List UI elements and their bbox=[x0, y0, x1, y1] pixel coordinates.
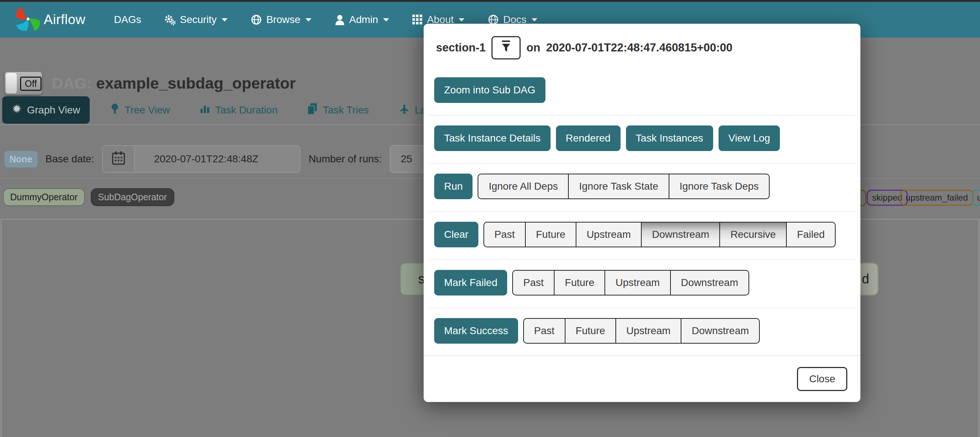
rendered-button[interactable]: Rendered bbox=[556, 126, 620, 151]
modal-body: Zoom into Sub DAG Task Instance Details … bbox=[424, 68, 861, 344]
mark-failed-past-button[interactable]: Past bbox=[512, 270, 555, 295]
task-instance-details-button[interactable]: Task Instance Details bbox=[434, 126, 550, 151]
ignore-task-state-button[interactable]: Ignore Task State bbox=[568, 174, 669, 199]
chevron-down-icon bbox=[531, 18, 538, 22]
calendar-icon bbox=[112, 151, 125, 167]
base-date-input-group bbox=[102, 145, 301, 173]
nav-item-browse[interactable]: Browse bbox=[251, 14, 311, 26]
ignore-task-deps-button[interactable]: Ignore Task Deps bbox=[669, 174, 770, 199]
dag-pause-toggle[interactable]: Off bbox=[5, 72, 42, 95]
dag-title-row: Off DAG: example_subdag_operator bbox=[5, 72, 296, 95]
dag-name: example_subdag_operator bbox=[96, 74, 296, 92]
airflow-logo-icon bbox=[14, 5, 41, 34]
legend-state-upstream-failed: upstream_failed bbox=[900, 190, 974, 206]
plane-icon bbox=[399, 103, 410, 117]
chevron-down-icon bbox=[459, 18, 465, 22]
mark-failed-upstream-button[interactable]: Upstream bbox=[605, 270, 670, 295]
mark-success-past-button[interactable]: Past bbox=[523, 318, 565, 344]
modal-divider bbox=[429, 163, 855, 164]
modal-footer: Close bbox=[424, 355, 861, 402]
clear-options-group: Past Future Upstream Downstream Recursiv… bbox=[484, 222, 835, 247]
toggle-knob bbox=[6, 73, 17, 93]
view-tabs: Graph View Tree View Task Duration bbox=[2, 96, 491, 124]
tab-graph-view[interactable]: Graph View bbox=[2, 96, 90, 124]
view-log-button[interactable]: View Log bbox=[719, 126, 780, 151]
run-button[interactable]: Run bbox=[434, 174, 473, 199]
modal-divider bbox=[429, 115, 855, 116]
starburst-icon bbox=[12, 104, 22, 116]
tab-task-duration[interactable]: Task Duration bbox=[190, 96, 287, 124]
modal-divider bbox=[429, 259, 855, 260]
tree-icon bbox=[110, 103, 119, 117]
bar-chart-icon bbox=[200, 104, 210, 116]
airflow-app: Airflow DAGs Security bbox=[0, 0, 980, 437]
clear-future-button[interactable]: Future bbox=[525, 222, 576, 247]
nav-item-security[interactable]: Security bbox=[164, 14, 228, 26]
mark-failed-downstream-button[interactable]: Downstream bbox=[670, 270, 749, 295]
chevron-down-icon bbox=[383, 18, 389, 22]
mark-success-upstream-button[interactable]: Upstream bbox=[616, 318, 681, 344]
title-prefix: DAG: bbox=[52, 74, 92, 92]
task-instance-modal: section-1 on 2020-07-01T22:48:47.460815+… bbox=[424, 24, 861, 402]
modal-header: section-1 on 2020-07-01T22:48:47.460815+… bbox=[424, 24, 861, 68]
modal-divider bbox=[429, 211, 855, 212]
run-options-group: Ignore All Deps Ignore Task State Ignore… bbox=[477, 174, 770, 199]
clear-past-button[interactable]: Past bbox=[484, 222, 526, 247]
num-runs-label: Number of runs: bbox=[309, 153, 382, 165]
modal-execution-date: 2020-07-01T22:48:47.460815+00:00 bbox=[546, 41, 732, 54]
mark-failed-options-group: Past Future Upstream Downstream bbox=[512, 270, 749, 295]
modal-on-word: on bbox=[527, 41, 540, 54]
airflow-brand[interactable]: Airflow bbox=[14, 5, 86, 34]
copies-icon bbox=[307, 103, 318, 117]
clear-downstream-button[interactable]: Downstream bbox=[641, 222, 720, 247]
clear-recursive-button[interactable]: Recursive bbox=[719, 222, 786, 247]
zoom-into-subdag-button[interactable]: Zoom into Sub DAG bbox=[434, 77, 546, 103]
mark-success-options-group: Past Future Upstream Downstream bbox=[523, 318, 760, 344]
calendar-button[interactable] bbox=[103, 146, 135, 172]
clear-button[interactable]: Clear bbox=[434, 222, 478, 247]
clear-failed-button[interactable]: Failed bbox=[786, 222, 835, 247]
ignore-all-deps-button[interactable]: Ignore All Deps bbox=[477, 174, 569, 199]
nav-item-admin[interactable]: Admin bbox=[335, 14, 389, 26]
base-date-label: Base date: bbox=[46, 153, 94, 165]
brand-name: Airflow bbox=[44, 12, 86, 27]
mark-failed-button[interactable]: Mark Failed bbox=[434, 270, 507, 295]
filter-upstream-button[interactable] bbox=[492, 36, 520, 59]
chevron-down-icon bbox=[222, 18, 228, 22]
close-button[interactable]: Close bbox=[797, 367, 847, 391]
user-icon bbox=[335, 14, 345, 25]
base-date-input[interactable] bbox=[135, 146, 300, 172]
modal-task-id: section-1 bbox=[436, 41, 485, 54]
grid-icon bbox=[412, 14, 423, 25]
task-instances-button[interactable]: Task Instances bbox=[626, 126, 713, 151]
clear-upstream-button[interactable]: Upstream bbox=[576, 222, 642, 247]
mark-failed-future-button[interactable]: Future bbox=[554, 270, 605, 295]
toggle-off-label: Off bbox=[20, 77, 41, 91]
filter-icon bbox=[501, 40, 511, 56]
legend-state-up-for-reschedule: up bbox=[972, 190, 980, 206]
page-title: DAG: example_subdag_operator bbox=[52, 74, 296, 92]
globe-icon bbox=[251, 14, 262, 25]
gears-icon bbox=[164, 14, 175, 25]
modal-divider bbox=[429, 308, 855, 308]
mark-success-future-button[interactable]: Future bbox=[565, 318, 616, 344]
mark-success-button[interactable]: Mark Success bbox=[434, 318, 518, 344]
tab-task-tries[interactable]: Task Tries bbox=[298, 96, 378, 124]
chevron-down-icon bbox=[305, 18, 311, 22]
nav-item-dags[interactable]: DAGs bbox=[114, 14, 142, 26]
schedule-badge: None bbox=[5, 151, 38, 167]
mark-success-downstream-button[interactable]: Downstream bbox=[681, 318, 760, 344]
tab-tree-view[interactable]: Tree View bbox=[100, 96, 180, 124]
